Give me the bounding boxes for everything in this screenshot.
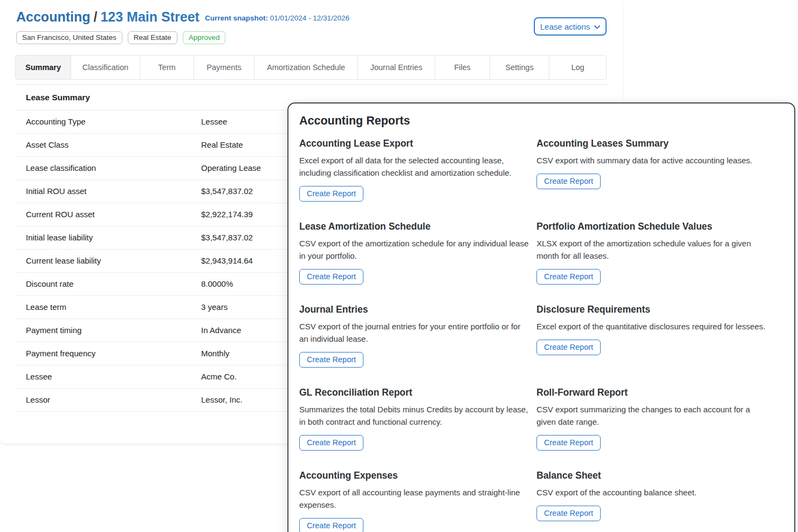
chevron-down-icon <box>594 25 600 29</box>
report-description: XLSX export of the amortization schedule… <box>536 237 768 262</box>
report-card-balance-sheet: Balance Sheet CSV export of the accounti… <box>536 470 768 521</box>
asset-class-badge: Real Estate <box>128 31 177 44</box>
create-report-button[interactable]: Create Report <box>536 340 601 355</box>
lease-tab-bar: Summary Classification Term Payments Amo… <box>15 55 607 80</box>
report-title: Roll-Forward Report <box>536 387 768 398</box>
row-label: Accounting Type <box>26 117 201 126</box>
report-title: Balance Sheet <box>536 470 768 481</box>
tab-settings[interactable]: Settings <box>490 55 549 80</box>
accounting-reports-modal: Accounting Reports Accounting Lease Expo… <box>287 102 795 532</box>
report-description: Excel export of the quantitative disclos… <box>536 320 768 333</box>
row-label: Lease term <box>26 302 201 312</box>
report-title: Disclosure Requirements <box>536 304 768 315</box>
lease-actions-label: Lease actions <box>540 22 590 31</box>
report-card-journal-entries: Journal Entries CSV export of the journa… <box>299 304 531 368</box>
report-description: Excel export of all data for the selecte… <box>299 154 531 179</box>
tab-journal-entries[interactable]: Journal Entries <box>357 55 435 80</box>
row-label: Current ROU asset <box>26 210 201 219</box>
create-report-button[interactable]: Create Report <box>299 352 363 368</box>
report-card-gl-reconciliation-report: GL Reconciliation Report Summarizes the … <box>299 387 531 451</box>
create-report-button[interactable]: Create Report <box>536 269 601 285</box>
lease-actions-button[interactable]: Lease actions <box>534 17 607 36</box>
row-label: Discount rate <box>26 279 201 288</box>
tab-term[interactable]: Term <box>140 55 194 80</box>
snapshot-value: 01/01/2024 - 12/31/2026 <box>270 14 349 22</box>
create-report-button[interactable]: Create Report <box>299 186 363 202</box>
report-title: Journal Entries <box>299 304 531 315</box>
report-card-accounting-lease-export: Accounting Lease Export Excel export of … <box>299 138 531 202</box>
report-card-disclosure-requirements: Disclosure Requirements Excel export of … <box>536 304 768 355</box>
row-label: Lessee <box>26 372 201 381</box>
report-card-roll-forward-report: Roll-Forward Report CSV export summarizi… <box>536 387 768 451</box>
create-report-button[interactable]: Create Report <box>299 435 363 451</box>
report-title: Lease Amortization Schedule <box>299 221 531 232</box>
create-report-button[interactable]: Create Report <box>536 174 601 189</box>
report-title: Accounting Leases Summary <box>536 138 768 149</box>
report-card-portfolio-amortization-schedule-values: Portfolio Amortization Schedule Values X… <box>536 221 768 285</box>
row-label: Initial ROU asset <box>26 186 201 196</box>
report-description: Summarizes the total Debits minus Credit… <box>299 403 531 428</box>
snapshot-label: Current snapshot: <box>205 14 268 22</box>
modal-title: Accounting Reports <box>299 114 783 128</box>
tab-amortization-schedule[interactable]: Amortization Schedule <box>254 55 358 80</box>
report-description: CSV export summarizing the changes to ea… <box>536 403 768 428</box>
row-label: Payment frequency <box>26 349 201 358</box>
row-label: Lessor <box>26 395 201 404</box>
report-description: CSV export of the accounting balance she… <box>536 486 768 499</box>
create-report-button[interactable]: Create Report <box>536 435 601 451</box>
report-title: Portfolio Amortization Schedule Values <box>536 221 768 232</box>
report-title: Accounting Lease Export <box>299 138 531 149</box>
report-title: GL Reconciliation Report <box>299 387 531 398</box>
tab-files[interactable]: Files <box>435 55 490 80</box>
create-report-button[interactable]: Create Report <box>299 518 363 532</box>
report-card-accounting-leases-summary: Accounting Leases Summary CSV export wit… <box>536 138 768 189</box>
tab-payments[interactable]: Payments <box>194 55 254 80</box>
badges-row: San Francisco, United States Real Estate… <box>16 31 623 44</box>
page-header: Accounting/123 Main Street Current snaps… <box>0 0 623 44</box>
row-label: Initial lease liability <box>26 233 201 242</box>
report-description: CSV export of all accounting lease payme… <box>299 486 531 511</box>
report-card-accounting-expenses: Accounting Expenses CSV export of all ac… <box>299 470 531 532</box>
row-label: Lease classification <box>26 163 201 172</box>
report-description: CSV export of the journal entries for yo… <box>299 320 531 345</box>
report-description: CSV export with summary data for active … <box>536 154 768 167</box>
current-snapshot: Current snapshot: 01/01/2024 - 12/31/202… <box>205 14 349 22</box>
tab-classification[interactable]: Classification <box>71 55 140 80</box>
report-card-lease-amortization-schedule: Lease Amortization Schedule CSV export o… <box>299 221 531 285</box>
breadcrumb-section[interactable]: Accounting <box>16 9 91 24</box>
report-description: CSV export of the amortization schedule … <box>299 237 531 262</box>
report-title: Accounting Expenses <box>299 470 531 481</box>
create-report-button[interactable]: Create Report <box>536 506 601 521</box>
reports-grid: Accounting Lease Export Excel export of … <box>299 138 783 532</box>
create-report-button[interactable]: Create Report <box>299 269 363 285</box>
breadcrumb-separator: / <box>91 9 101 24</box>
page-title: 123 Main Street <box>100 9 199 24</box>
row-label: Current lease liability <box>26 256 201 265</box>
location-badge: San Francisco, United States <box>16 31 122 44</box>
row-label: Asset Class <box>26 140 201 149</box>
tab-log[interactable]: Log <box>549 55 607 80</box>
tab-summary[interactable]: Summary <box>15 55 71 80</box>
row-label: Payment timing <box>26 326 201 335</box>
status-badge: Approved <box>183 31 226 44</box>
